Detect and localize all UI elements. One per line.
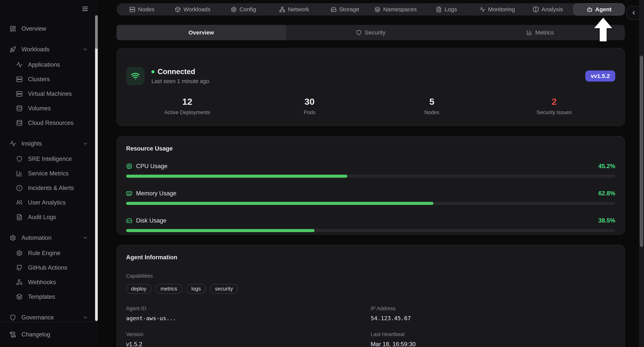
gear-icon [231, 6, 237, 12]
sidebar-item-sre-intelligence[interactable]: SRE Intelligence [0, 153, 95, 165]
tab-agent[interactable]: Agent [573, 3, 625, 15]
field-label: Agent ID [126, 306, 371, 312]
bar-chart-icon [526, 30, 532, 35]
activity-icon [479, 6, 485, 12]
sidebar-group-workloads[interactable]: Workloads [0, 43, 95, 55]
progress-track [126, 175, 615, 178]
usage-row-cpu: CPU Usage 45.2% [126, 163, 615, 178]
gear-icon [10, 235, 16, 241]
tab-label: Nodes [138, 6, 155, 13]
scroll-icon [10, 331, 16, 338]
agent-fields: Agent ID agent-aws-us... IP Address 54.1… [126, 306, 615, 347]
shield-icon [356, 30, 362, 35]
main-scrollbar[interactable] [639, 0, 644, 347]
stat-active-deployments: 12 Active Deployments [126, 96, 248, 115]
dashboard-icon [10, 25, 16, 32]
sidebar-item-applications[interactable]: Applications [0, 59, 95, 71]
tab-network[interactable]: Network [269, 3, 320, 15]
sidebar-item-user-analytics[interactable]: User Analytics [0, 196, 95, 209]
sidebar-item-incidents-alerts[interactable]: Incidents & Alerts [0, 182, 95, 194]
tab-storage[interactable]: Storage [320, 3, 370, 15]
sidebar-item-volumes[interactable]: Volumes [0, 102, 95, 114]
tab-namespaces[interactable]: Namespaces [370, 3, 421, 15]
sidebar-scrollbar-thumb[interactable] [95, 15, 98, 49]
sidebar-item-label: SRE Intelligence [28, 155, 72, 162]
tab-analysis[interactable]: Analysis [522, 3, 573, 15]
stat-nodes: 5 Nodes [371, 96, 493, 115]
stat-security-issues: 2 Security Issues [493, 96, 615, 115]
sidebar-item-service-metrics[interactable]: Service Metrics [0, 167, 95, 180]
sidebar-item-overview[interactable]: Overview [0, 22, 95, 35]
capability-chip: metrics [156, 284, 182, 294]
resource-usage-card: Resource Usage CPU Usage 45.2% Memory Us… [116, 136, 625, 235]
usage-percent: 38.5% [598, 217, 615, 224]
usage-percent: 62.8% [598, 190, 615, 197]
tab-monitoring[interactable]: Monitoring [472, 3, 523, 15]
sidebar-item-label: GitHub Actions [28, 264, 67, 271]
sidebar-group-automation[interactable]: Automation [0, 232, 95, 244]
stat-label: Nodes [371, 109, 493, 115]
field-value: v1.5.2 [126, 341, 371, 347]
cpu-icon [126, 163, 132, 169]
sidebar-item-audit-logs[interactable]: Audit Logs [0, 211, 95, 223]
sidebar-item-label: Volumes [28, 105, 51, 112]
sidebar-group-insights[interactable]: Insights [0, 137, 95, 150]
sidebar-item-label: Insights [22, 140, 42, 147]
subtab-overview[interactable]: Overview [116, 25, 286, 40]
tab-config[interactable]: Config [218, 3, 269, 15]
sidebar-item-label: Incidents & Alerts [28, 185, 74, 192]
sidebar-item-virtual-machines[interactable]: Virtual Machines [0, 88, 95, 100]
sidebar-scrollbar[interactable] [95, 15, 98, 321]
chevron-down-icon [82, 235, 88, 241]
field-agent-id: Agent ID agent-aws-us... [126, 306, 371, 322]
memory-icon [126, 190, 132, 196]
database-icon [16, 120, 22, 126]
sidebar-item-label: Governance [22, 314, 54, 321]
sidebar-item-changelog[interactable]: Changelog [0, 322, 98, 347]
shield-icon [16, 156, 22, 162]
subtab-security[interactable]: Security [286, 25, 456, 40]
status-dot [152, 70, 154, 73]
brain-icon [533, 6, 539, 12]
alert-circle-icon [16, 185, 22, 191]
connection-status: Connected [158, 68, 195, 76]
sidebar-item-webhooks[interactable]: Webhooks [0, 276, 95, 288]
agent-information-card: Agent Information Capabilities deploy me… [116, 245, 625, 347]
chevron-down-icon [82, 141, 88, 146]
activity-icon [10, 140, 16, 147]
gear-icon [16, 250, 22, 256]
usage-label: CPU Usage [136, 163, 168, 170]
tab-nodes[interactable]: Nodes [116, 3, 167, 15]
sidebar-item-label: Clusters [28, 76, 50, 83]
sidebar-item-rule-engine[interactable]: Rule Engine [0, 247, 95, 259]
sidebar-item-github-actions[interactable]: GitHub Actions [0, 262, 95, 274]
field-label: Last Heartbeat [371, 332, 615, 338]
collapse-panel-button[interactable] [626, 6, 641, 20]
sub-tabs: Overview Security Metrics [116, 25, 625, 40]
network-icon [279, 6, 285, 12]
tab-label: Monitoring [488, 6, 515, 13]
capabilities-chips: deploy metrics logs security [126, 284, 615, 294]
rocket-icon [10, 46, 16, 53]
sidebar-item-label: Templates [28, 293, 55, 300]
last-seen-text: Last seen 1 minute ago [152, 78, 209, 84]
tab-label: Workloads [184, 6, 210, 13]
tab-workloads[interactable]: Workloads [167, 3, 218, 15]
sidebar-item-label: Changelog [22, 331, 50, 338]
sidebar-group-governance[interactable]: Governance [0, 311, 95, 322]
sidebar-item-clusters[interactable]: Clusters [0, 73, 95, 85]
progress-track [126, 202, 615, 205]
usage-row-disk: Disk Usage 38.5% [126, 217, 615, 232]
progress-fill [126, 229, 314, 232]
main-scrollbar-thumb[interactable] [640, 55, 643, 247]
menu-icon[interactable] [80, 4, 90, 13]
stat-label: Active Deployments [126, 109, 248, 115]
box-icon [175, 6, 181, 12]
capability-chip: deploy [126, 284, 152, 294]
tab-label: Analysis [542, 6, 563, 13]
sidebar-item-cloud-resources[interactable]: Cloud Resources [0, 117, 95, 129]
sidebar-item-label: User Analytics [28, 199, 66, 206]
server-icon [16, 91, 22, 97]
sidebar-item-templates[interactable]: Templates [0, 291, 95, 303]
tab-logs[interactable]: Logs [421, 3, 472, 15]
